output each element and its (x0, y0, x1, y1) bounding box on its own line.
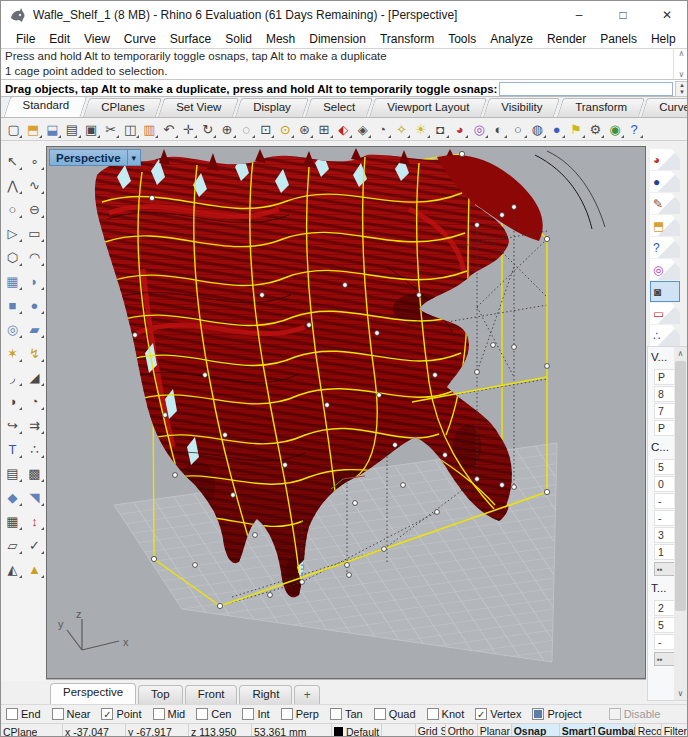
osnap-toggle[interactable]: Near (52, 708, 91, 720)
properties-row[interactable]: V... (648, 347, 675, 368)
toolbar-tab[interactable]: Transform (557, 98, 645, 117)
toolbar-tab[interactable]: Standard (4, 96, 88, 117)
properties-row[interactable]: 1 (654, 544, 675, 560)
toolbar-icon[interactable]: ▢ (4, 119, 23, 139)
osnap-checkbox[interactable] (242, 708, 254, 720)
toolbar-icon[interactable]: ? (625, 119, 644, 139)
sidebar-tool-icon[interactable]: ▤ (3, 463, 23, 483)
menu-item[interactable]: Curve (117, 31, 163, 47)
menu-item[interactable]: Render (540, 31, 593, 47)
toolbar-tab[interactable]: Set View (158, 98, 239, 117)
properties-row[interactable]: ▪▪ (654, 562, 675, 576)
properties-scrollbar[interactable]: ∧ ∨ (674, 347, 687, 700)
right-tool-icon[interactable]: ∴ (650, 325, 680, 346)
properties-row[interactable]: - (654, 510, 675, 526)
toolbar-tab[interactable]: Viewport Layout (369, 98, 487, 117)
osnap-toggle[interactable]: End (6, 708, 41, 720)
right-tool-icon[interactable]: ✎ (650, 193, 680, 214)
scroll-down-icon[interactable]: ∨ (679, 70, 685, 79)
right-tool-icon[interactable]: ? (650, 237, 680, 258)
osnap-checkbox[interactable] (196, 708, 208, 720)
toolbar-icon[interactable]: ◎ (469, 119, 488, 139)
sidebar-tool-icon[interactable]: ⇉ (25, 415, 45, 435)
osnap-toggle[interactable]: Point (101, 708, 141, 720)
osnap-checkbox[interactable] (427, 708, 439, 720)
add-viewport-tab-button[interactable]: + (294, 685, 320, 704)
osnap-toggle[interactable]: Int (242, 708, 269, 720)
status-cell[interactable]: y -67.917 (126, 724, 189, 737)
toolbar-icon[interactable]: ◐ (489, 119, 508, 139)
menu-item[interactable]: Surface (163, 31, 218, 47)
properties-row[interactable]: - (654, 493, 675, 509)
toolbar-icon[interactable]: ⊕ (217, 119, 236, 139)
sidebar-tool-icon[interactable]: ◠ (25, 247, 45, 267)
properties-row[interactable]: - (654, 634, 675, 650)
properties-row[interactable]: 0 (654, 476, 675, 492)
menu-item[interactable]: Solid (218, 31, 259, 47)
properties-row[interactable]: 5 (654, 459, 675, 475)
sidebar-tool-icon[interactable]: ✶ (3, 343, 23, 363)
sidebar-tool-icon[interactable]: ▦ (3, 271, 23, 291)
sidebar-tool-icon[interactable]: ◭ (3, 559, 23, 579)
toolbar-icon[interactable]: ⊡ (256, 119, 275, 139)
status-cell[interactable]: 53.361 mm (252, 724, 332, 737)
toolbar-icon[interactable]: ▥ (140, 119, 159, 139)
command-input[interactable] (499, 82, 673, 96)
right-tool-icon[interactable]: ◎ (650, 259, 680, 280)
toolbar-icon[interactable]: ◘ (431, 119, 450, 139)
sidebar-tool-icon[interactable]: ↯ (25, 343, 45, 363)
toolbar-icon[interactable]: ● (547, 119, 566, 139)
properties-row[interactable]: C... (648, 437, 675, 458)
properties-row[interactable]: P (654, 420, 675, 436)
osnap-toggle[interactable]: Vertex (475, 708, 521, 720)
osnap-checkbox[interactable] (609, 708, 621, 720)
sidebar-tool-icon[interactable]: ◆ (3, 487, 23, 507)
toolbar-icon[interactable]: ✂ (101, 119, 120, 139)
sidebar-tool-icon[interactable]: ■ (3, 295, 23, 315)
osnap-checkbox[interactable] (330, 708, 342, 720)
toolbar-icon[interactable]: ⬖ (334, 119, 353, 139)
toolbar-tab[interactable]: Curve Tools (641, 98, 688, 117)
toolbar-icon[interactable]: ⬓ (43, 119, 62, 139)
sidebar-tool-icon[interactable]: T (3, 439, 23, 459)
sidebar-tool-icon[interactable]: ▰ (25, 319, 45, 339)
status-toggle[interactable]: Ortho (445, 724, 477, 737)
menu-item[interactable]: Panels (593, 31, 644, 47)
sidebar-tool-icon[interactable]: ✓ (25, 535, 45, 555)
right-tool-icon[interactable]: ▭ (650, 303, 680, 324)
toolbar-icon[interactable]: ◫ (120, 119, 139, 139)
status-cell[interactable]: z 113.950 (189, 724, 252, 737)
viewport-canvas[interactable]: z y x (47, 147, 645, 678)
sidebar-tool-icon[interactable]: ▩ (25, 463, 45, 483)
sidebar-tool-icon[interactable]: ▲ (25, 559, 45, 579)
toolbar-icon[interactable]: ↶ (159, 119, 178, 139)
viewport-tab[interactable]: Top (138, 685, 183, 704)
viewport-title-tab[interactable]: Perspective ▾ (49, 149, 141, 166)
status-toggle[interactable]: Gumball (595, 724, 635, 737)
toolbar-icon[interactable]: ◌ (237, 119, 256, 139)
sidebar-tool-icon[interactable]: ↪ (3, 415, 23, 435)
menu-item[interactable]: Analyze (483, 31, 540, 47)
osnap-checkbox[interactable] (532, 708, 544, 720)
sidebar-tool-icon[interactable]: ⊖ (25, 199, 45, 219)
osnap-checkbox[interactable] (374, 708, 386, 720)
status-toggle[interactable]: SmartTrack (559, 724, 595, 737)
toolbar-tab[interactable]: Display (235, 98, 309, 117)
toolbar-icon[interactable]: ◔ (372, 119, 391, 139)
status-cell[interactable]: CPlane (1, 724, 63, 737)
sidebar-tool-icon[interactable]: ◗ (25, 271, 45, 291)
sidebar-tool-icon[interactable]: ⋀ (3, 175, 23, 195)
sidebar-tool-icon[interactable]: ○ (3, 199, 23, 219)
status-toggle[interactable]: Planar (477, 724, 511, 737)
sidebar-tool-icon[interactable]: ∘ (25, 151, 45, 171)
scroll-up-icon[interactable]: ∧ (679, 49, 685, 58)
status-toggle[interactable]: Record History (635, 724, 661, 737)
toolbar-tab[interactable]: Select (305, 98, 373, 117)
status-cell[interactable]: Default (332, 724, 382, 737)
osnap-checkbox[interactable] (101, 708, 113, 720)
sidebar-tool-icon[interactable]: ◑ (3, 391, 23, 411)
properties-row[interactable]: 3 (654, 527, 675, 543)
viewport-tab[interactable]: Right (239, 685, 292, 704)
command-history-scrollbar[interactable]: ∧ ∨ (673, 49, 688, 79)
properties-row[interactable]: ▪▪ (654, 652, 675, 666)
